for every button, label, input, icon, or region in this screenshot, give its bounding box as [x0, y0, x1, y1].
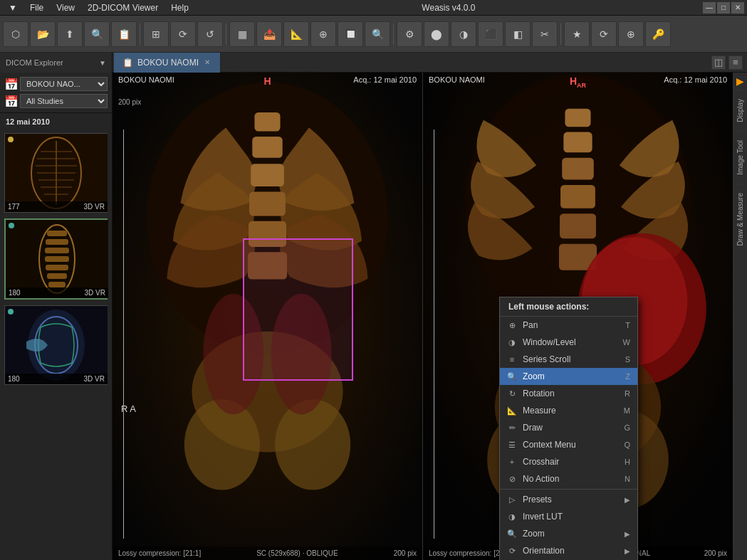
menu-item-measure[interactable]: 📐 Measure M [500, 402, 637, 419]
toolbar-btn-2[interactable]: 📂 [30, 21, 56, 47]
thumbnail-1[interactable]: 177 3D VR [4, 133, 108, 213]
toolbar-btn-5[interactable]: 📋 [111, 21, 137, 47]
right-tab-image-tool[interactable]: Image Tool [735, 131, 746, 184]
menu-item-zoom-sub[interactable]: 🔍 Zoom ▶ [500, 525, 637, 542]
menu-item-invert-lut[interactable]: ◑ Invert LUT [500, 508, 637, 525]
menu-item-presets[interactable]: ▷ Presets ▶ [500, 491, 637, 508]
window-level-icon: ◑ [507, 337, 517, 347]
tab-label: BOKOU NAOMI [137, 58, 199, 68]
toolbar-btn-1[interactable]: ⬡ [3, 21, 28, 47]
study-select[interactable]: All Studies [20, 94, 108, 108]
viewport-1[interactable]: BOKOU NAOMI Acq.: 12 mai 2010 H 200 pix … [113, 73, 423, 560]
menu-label-no-action: No Action [523, 474, 619, 484]
orientation-arrow-icon: ▶ [625, 547, 630, 555]
menu-item-window-level[interactable]: ◑ Window/Level W [500, 334, 637, 351]
menu-item-context[interactable]: ☰ Context Menu Q [500, 436, 637, 453]
toolbar-btn-23[interactable]: ⊕ [618, 21, 644, 47]
draw-icon: ✏ [507, 423, 517, 433]
toolbar-btn-20[interactable]: ✂ [532, 21, 558, 47]
window-controls: — □ ✕ [703, 2, 744, 14]
viewport1-scale: 200 pix [394, 549, 417, 557]
toolbar-btn-18[interactable]: ⬛ [478, 21, 503, 47]
toolbar-btn-17[interactable]: ◑ [451, 21, 476, 47]
svg-rect-16 [46, 265, 68, 270]
menu-label-crosshair: Crosshair [523, 457, 619, 467]
menu-item-pan[interactable]: ⊕ Pan T [500, 317, 637, 334]
menu-dicom[interactable]: 2D-DICOM Viewer [82, 1, 164, 14]
viewer-area: BOKOU NAOMI Acq.: 12 mai 2010 H 200 pix … [113, 73, 733, 560]
menu-arrow[interactable]: ▼ [3, 1, 23, 14]
toolbar-btn-11[interactable]: 📐 [283, 21, 309, 47]
zoom-sub-icon: 🔍 [507, 529, 517, 539]
explorer-label: DICOM Explorer [6, 58, 63, 67]
close-button[interactable]: ✕ [731, 2, 744, 14]
menu-item-zoom[interactable]: 🔍 Zoom Z [500, 368, 637, 385]
toolbar-btn-22[interactable]: ⟳ [591, 21, 617, 47]
menu-item-series-scroll[interactable]: ≡ Series Scroll S [500, 351, 637, 368]
menu-item-draw[interactable]: ✏ Draw G [500, 419, 637, 436]
presets-arrow-icon: ▶ [625, 496, 630, 504]
menu-shortcut-crosshair: H [625, 458, 630, 466]
menu-file[interactable]: File [24, 1, 49, 14]
toolbar-btn-16[interactable]: ⬤ [424, 21, 449, 47]
panel-collapse-button[interactable]: ◫ [711, 56, 726, 70]
tab-bokou[interactable]: 📋 BOKOU NAOMI ✕ [114, 53, 221, 73]
toolbar-btn-6[interactable]: ⊞ [143, 21, 169, 47]
toolbar-btn-3[interactable]: ⬆ [57, 21, 83, 47]
svg-rect-41 [560, 213, 596, 238]
menu-view[interactable]: View [51, 1, 80, 14]
toolbar-btn-9[interactable]: ▦ [229, 21, 255, 47]
measure-icon: 📐 [507, 406, 517, 416]
tab-close-button[interactable]: ✕ [203, 58, 211, 66]
svg-rect-27 [249, 191, 286, 216]
menu-item-orientation[interactable]: ⟳ Orientation ▶ [500, 542, 637, 559]
thumbnail-2[interactable]: 180 3D VR [4, 218, 108, 300]
menu-label-orientation: Orientation [523, 546, 619, 556]
zoom-sub-arrow-icon: ▶ [625, 530, 630, 538]
toolbar-btn-4[interactable]: 🔍 [84, 21, 110, 47]
viewport1-footer-text: Lossy compression: [21:1] [118, 549, 201, 557]
right-tab-draw[interactable]: Draw & Measure [735, 184, 746, 254]
toolbar-btn-14[interactable]: 🔍 [365, 21, 390, 47]
toolbar-btn-24[interactable]: 🔑 [645, 21, 671, 47]
toolbar-btn-13[interactable]: 🔲 [338, 21, 363, 47]
menu-label-window: Window/Level [523, 337, 617, 347]
explorer-arrow[interactable]: ▼ [99, 59, 106, 67]
svg-rect-29 [248, 252, 287, 279]
toolbar-btn-10[interactable]: 📤 [256, 21, 282, 47]
viewport1-acq: Acq.: 12 mai 2010 [353, 75, 417, 84]
menu-item-crosshair[interactable]: + Crosshair H [500, 453, 637, 470]
menu-item-no-action[interactable]: ⊘ No Action N [500, 470, 637, 487]
toolbar-sep-4 [560, 23, 561, 45]
patient-select[interactable]: BOKOU NAO... [20, 77, 108, 91]
menu-item-rotation[interactable]: ↻ Rotation R [500, 385, 637, 402]
viewport2-scale: 200 pix [704, 549, 727, 557]
svg-point-34 [271, 294, 332, 415]
study-icon: 📅 [4, 95, 19, 108]
date-label: 12 mai 2010 [0, 113, 112, 130]
thumbnail-3[interactable]: 180 3D VR [4, 305, 108, 385]
toolbar-btn-15[interactable]: ⚙ [397, 21, 422, 47]
viewport2-patient: BOKOU NAOMI [429, 75, 485, 84]
thumb-svg-2 [6, 220, 108, 298]
toolbar-btn-21[interactable]: ★ [564, 21, 590, 47]
pan-icon: ⊕ [507, 320, 517, 330]
menu-shortcut-zoom: Z [625, 372, 630, 381]
right-tab-display[interactable]: Display [735, 90, 746, 131]
context-menu-header: Left mouse actions: [500, 297, 637, 317]
menu-help[interactable]: Help [165, 1, 194, 14]
toolbar-btn-7[interactable]: ⟳ [170, 21, 196, 47]
toolbar-btn-12[interactable]: ⊕ [310, 21, 336, 47]
toolbar-btn-8[interactable]: ↺ [197, 21, 223, 47]
svg-point-33 [203, 294, 263, 415]
svg-rect-15 [45, 256, 69, 262]
toolbar-btn-19[interactable]: ◧ [505, 21, 531, 47]
right-panel: ▶ Display Image Tool Draw & Measure [733, 73, 747, 560]
viewport1-footer-info: SC (529x688) · OBLIQUE [256, 549, 338, 557]
menu-shortcut-window: W [623, 338, 630, 347]
panel-menu-button[interactable]: ≡ [728, 56, 743, 70]
maximize-button[interactable]: □ [717, 2, 730, 14]
minimize-button[interactable]: — [703, 2, 716, 14]
menu-label-rotation: Rotation [523, 389, 619, 398]
series-scroll-icon: ≡ [507, 354, 517, 364]
